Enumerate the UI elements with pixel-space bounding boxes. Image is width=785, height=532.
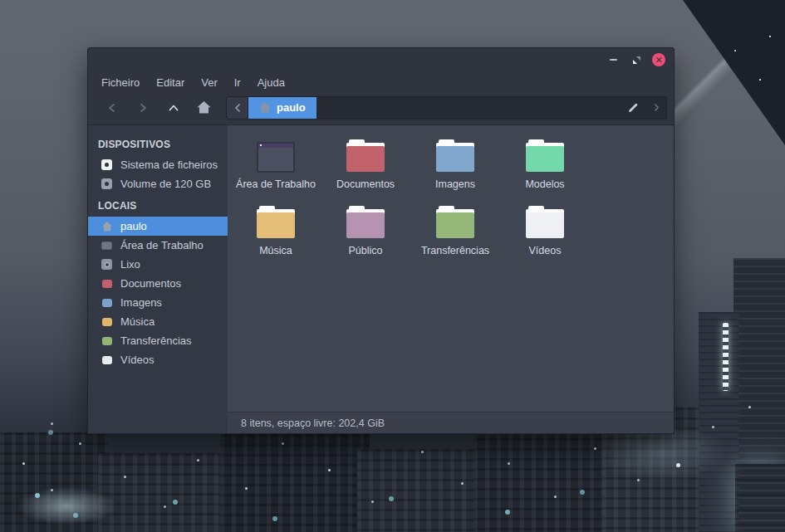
minimize-icon <box>610 59 617 61</box>
menubar: FicheiroEditarVerIrAjuda <box>88 71 674 94</box>
folder-icon <box>101 318 113 326</box>
sidebar-item-lixo[interactable]: Lixo <box>88 255 228 274</box>
back-button[interactable] <box>96 96 127 120</box>
folder-label: Vídeos <box>529 245 562 256</box>
folder-documentos[interactable]: Documentos <box>321 137 410 203</box>
wallpaper-glass-building <box>735 464 785 532</box>
pencil-icon <box>627 102 639 114</box>
folder-icon <box>436 206 474 239</box>
folder-modelos[interactable]: Modelos <box>500 137 590 203</box>
home-icon <box>101 222 113 232</box>
menu-ver[interactable]: Ver <box>193 73 226 92</box>
home-icon <box>197 101 211 114</box>
chevron-right-icon <box>137 103 149 113</box>
folder-label: Música <box>259 245 292 256</box>
wallpaper-dark-tower <box>660 0 785 145</box>
sidebar-item-volume-de-120-gb[interactable]: Volume de 120 GB <box>88 174 228 193</box>
wallpaper-city-lights-teal <box>0 415 2 417</box>
folder-musica[interactable]: Música <box>231 203 321 270</box>
sidebar-item-label: Imagens <box>120 296 162 309</box>
folder-icon <box>257 206 295 239</box>
path-scroll-right-button[interactable] <box>646 97 666 119</box>
status-text: 8 itens, espaço livre: 202,4 GiB <box>241 417 385 429</box>
sidebar-header-locais: LOCAIS <box>88 193 228 217</box>
home-icon <box>259 102 271 113</box>
breadcrumb-label: paulo <box>277 101 306 114</box>
titlebar[interactable]: ✕ <box>88 48 674 71</box>
sidebar-item-label: Lixo <box>120 258 140 271</box>
breadcrumb-current[interactable]: paulo <box>248 97 316 119</box>
wallpaper-building-edge <box>655 0 785 144</box>
toolbar: paulo <box>88 94 674 124</box>
sidebar-item-label: Volume de 120 GB <box>120 178 211 190</box>
sidebar-item-sistema-de-ficheiros[interactable]: Sistema de ficheiros <box>88 155 228 174</box>
menu-ir[interactable]: Ir <box>226 73 249 92</box>
chevron-left-icon <box>234 104 241 112</box>
folder-label: Área de Trabalho <box>236 178 316 190</box>
window-body: DISPOSITIVOSSistema de ficheirosVolume d… <box>88 124 674 433</box>
trash-icon <box>101 259 113 270</box>
folder-icon <box>526 206 564 239</box>
drive-icon <box>101 159 113 170</box>
restore-icon <box>632 56 641 65</box>
close-button[interactable]: ✕ <box>652 53 665 66</box>
restore-button[interactable] <box>629 52 644 67</box>
wallpaper-city-lights <box>0 390 1 391</box>
sidebar-item-label: Transferências <box>120 334 192 347</box>
sidebar-item-musica[interactable]: Música <box>88 312 228 331</box>
status-bar: 8 itens, espaço livre: 202,4 GiB <box>228 412 674 433</box>
folder-label: Imagens <box>435 178 475 190</box>
folder-transferencias[interactable]: Transferências <box>410 203 500 270</box>
desktop-icon <box>101 242 113 250</box>
sidebar-item-label: Música <box>120 315 155 328</box>
sidebar-header-dispositivos: DISPOSITIVOS <box>88 132 228 155</box>
folder-imagens[interactable]: Imagens <box>410 137 500 203</box>
sidebar-item-label: Vídeos <box>120 354 154 366</box>
folder-area-de-trabalho[interactable]: Área de Trabalho <box>231 137 321 203</box>
sidebar-item-label: paulo <box>120 220 147 232</box>
sidebar-item-documentos[interactable]: Documentos <box>88 274 228 293</box>
sidebar-item-videos[interactable]: Vídeos <box>88 350 228 369</box>
sidebar-item-transferencias[interactable]: Transferências <box>88 331 228 350</box>
forward-button[interactable] <box>127 96 158 120</box>
folder-icon <box>101 299 113 307</box>
sidebar-item-label: Documentos <box>120 277 181 290</box>
folder-icon <box>526 139 564 173</box>
sidebar-item-area-de-trabalho[interactable]: Área de Trabalho <box>88 236 228 255</box>
sidebar-item-label: Sistema de ficheiros <box>120 159 218 171</box>
file-manager-window: ✕ FicheiroEditarVerIrAjuda paulo <box>87 47 675 434</box>
edit-location-button[interactable] <box>620 97 646 119</box>
folder-videos[interactable]: Vídeos <box>500 203 590 270</box>
home-button[interactable] <box>189 96 219 120</box>
up-button[interactable] <box>158 96 189 120</box>
path-scroll-left-button[interactable] <box>227 97 248 119</box>
chevron-right-icon <box>654 104 660 111</box>
wallpaper-lit-sign <box>723 323 729 391</box>
sidebar: DISPOSITIVOSSistema de ficheirosVolume d… <box>88 125 228 433</box>
chevron-left-icon <box>106 103 118 113</box>
minimize-button[interactable] <box>606 52 621 67</box>
folder-icon <box>101 280 113 288</box>
folder-label: Documentos <box>336 178 395 190</box>
folder-icon <box>101 337 113 345</box>
sidebar-item-paulo[interactable]: paulo <box>88 217 228 236</box>
chevron-up-icon <box>168 103 179 113</box>
folder-icon <box>346 139 385 173</box>
icon-view[interactable]: Área de TrabalhoDocumentosImagensModelos… <box>228 125 674 412</box>
folder-icon <box>346 206 385 239</box>
menu-ficheiro[interactable]: Ficheiro <box>93 73 148 92</box>
main-panel: Área de TrabalhoDocumentosImagensModelos… <box>228 125 674 433</box>
folder-label: Modelos <box>525 178 564 190</box>
menu-editar[interactable]: Editar <box>148 73 193 92</box>
path-bar: paulo <box>226 96 667 120</box>
menu-ajuda[interactable]: Ajuda <box>249 73 293 92</box>
folder-publico[interactable]: Público <box>321 203 410 270</box>
close-icon: ✕ <box>655 56 662 65</box>
folder-icon <box>436 139 474 173</box>
desktop-background: ✕ FicheiroEditarVerIrAjuda paulo <box>0 0 785 532</box>
sidebar-item-imagens[interactable]: Imagens <box>88 293 228 312</box>
folder-label: Transferências <box>421 245 489 256</box>
folder-label: Público <box>349 245 383 256</box>
sidebar-item-label: Área de Trabalho <box>120 239 204 251</box>
folder-icon <box>101 356 113 364</box>
